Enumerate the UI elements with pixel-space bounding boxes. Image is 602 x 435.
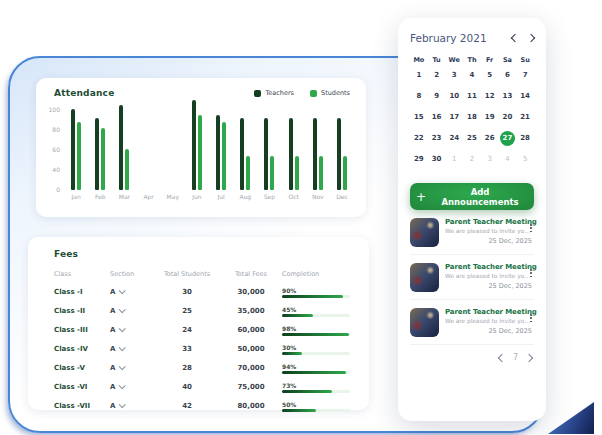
chevron-right-icon[interactable] — [527, 34, 535, 42]
calendar-day[interactable]: 7 — [518, 68, 533, 83]
calendar-day[interactable]: 4 — [464, 68, 479, 83]
calendar-day[interactable]: 25 — [464, 131, 479, 146]
calendar-day[interactable]: 18 — [464, 110, 479, 125]
legend-label: Students — [321, 89, 350, 97]
calendar-day-selected[interactable]: 27 — [500, 131, 515, 146]
calendar-day[interactable]: 23 — [429, 131, 444, 146]
completion-progress-fill — [282, 409, 316, 412]
attendance-legend: TeachersStudents — [254, 89, 350, 97]
section-dropdown[interactable]: A — [110, 326, 154, 334]
kebab-menu-icon[interactable] — [528, 267, 534, 279]
calendar-day[interactable]: 29 — [411, 152, 426, 167]
calendar-day[interactable]: 19 — [482, 110, 497, 125]
calendar-day[interactable]: 21 — [518, 110, 533, 125]
calendar-day[interactable]: 10 — [447, 89, 462, 104]
bar-column — [209, 104, 233, 190]
day-header: Tu — [428, 56, 446, 64]
section-dropdown[interactable]: A — [110, 288, 154, 296]
column-header: Total Students — [154, 270, 220, 278]
calendar-day[interactable]: 2 — [464, 152, 479, 167]
announcement-item[interactable]: Parent Teacher MeetingWe are pleased to … — [410, 300, 534, 345]
calendar-day[interactable]: 5 — [482, 68, 497, 83]
calendar-day[interactable]: 12 — [482, 89, 497, 104]
total-fees-cell: 60,000 — [220, 326, 282, 334]
students-bar — [270, 156, 274, 190]
add-announcements-label: Add Announcements — [432, 187, 528, 207]
legend-label: Teachers — [265, 89, 294, 97]
section-dropdown[interactable]: A — [110, 402, 154, 410]
chevron-down-icon — [119, 287, 126, 294]
bar-column — [257, 104, 281, 190]
teachers-bar — [240, 118, 244, 190]
calendar-day[interactable]: 9 — [429, 89, 444, 104]
kebab-menu-icon[interactable] — [528, 312, 534, 324]
fees-table-header: ClassSectionTotal StudentsTotal FeesComp… — [54, 266, 349, 282]
completion-progress-track — [282, 409, 350, 412]
calendar-day[interactable]: 3 — [482, 152, 497, 167]
table-row: Class -IIIA2460,00098% — [54, 320, 349, 339]
calendar-day[interactable]: 26 — [482, 131, 497, 146]
calendar-day[interactable]: 6 — [500, 68, 515, 83]
announcement-body: Parent Teacher MeetingWe are pleased to … — [445, 218, 534, 247]
teachers-bar — [337, 118, 341, 190]
calendar-day[interactable]: 24 — [447, 131, 462, 146]
announcement-item[interactable]: Parent Teacher MeetingWe are pleased to … — [410, 210, 534, 255]
day-header: Su — [516, 56, 534, 64]
completion-percent: 45% — [282, 306, 352, 313]
calendar-day[interactable]: 30 — [429, 152, 444, 167]
calendar-day[interactable]: 5 — [518, 152, 533, 167]
calendar-day[interactable]: 3 — [447, 68, 462, 83]
calendar-day[interactable]: 2 — [429, 68, 444, 83]
attendance-plot — [64, 104, 354, 190]
calendar-day[interactable]: 14 — [518, 89, 533, 104]
total-fees-cell: 30,000 — [220, 288, 282, 296]
section-dropdown[interactable]: A — [110, 345, 154, 353]
calendar-day[interactable]: 1 — [447, 152, 462, 167]
day-header: Mo — [410, 56, 428, 64]
announcement-item[interactable]: Parent Teacher MeetingWe are pleased to … — [410, 255, 534, 300]
completion-cell: 90% — [282, 285, 352, 298]
calendar-day[interactable]: 22 — [411, 131, 426, 146]
calendar-announcements-card: February 2021 MoTuWeThFrSaSu 12345678910… — [398, 18, 546, 421]
class-name-cell: Class -VII — [54, 402, 110, 410]
chevron-left-icon[interactable] — [511, 34, 519, 42]
completion-progress-fill — [282, 352, 302, 355]
pager-next-icon[interactable] — [525, 353, 533, 361]
calendar-day[interactable]: 15 — [411, 110, 426, 125]
table-row: Class -IVA3350,00030% — [54, 339, 349, 358]
section-dropdown[interactable]: A — [110, 364, 154, 372]
calendar-day[interactable]: 4 — [500, 152, 515, 167]
bar-column — [88, 104, 112, 190]
students-bar — [319, 156, 323, 190]
total-students-cell: 28 — [154, 364, 220, 372]
calendar-day[interactable]: 20 — [500, 110, 515, 125]
teachers-bar — [119, 105, 123, 190]
x-tick-label: Feb — [88, 193, 112, 200]
bar-column — [185, 104, 209, 190]
attendance-card: Attendance TeachersStudents 1008060400 J… — [36, 78, 366, 217]
calendar-day[interactable]: 8 — [411, 89, 426, 104]
announcement-title: Parent Teacher Meeting — [445, 308, 534, 316]
students-bar — [295, 156, 299, 190]
pager-prev-icon[interactable] — [498, 353, 506, 361]
attendance-x-axis: JanFebMarAprMayJunJulAugSepOctNovDec — [64, 193, 354, 200]
announcement-thumbnail — [410, 218, 439, 247]
calendar-day[interactable]: 16 — [429, 110, 444, 125]
calendar-day[interactable]: 28 — [518, 131, 533, 146]
calendar-day[interactable]: 1 — [411, 68, 426, 83]
teachers-bar — [216, 115, 220, 190]
students-bar — [222, 122, 226, 190]
attendance-y-axis: 1008060400 — [48, 104, 64, 190]
section-dropdown[interactable]: A — [110, 383, 154, 391]
announcement-snippet: We are pleased to invite you to o... — [445, 228, 533, 234]
calendar-day[interactable]: 17 — [447, 110, 462, 125]
class-name-cell: Class -III — [54, 326, 110, 334]
column-header: Total Fees — [220, 270, 282, 278]
x-tick-label: Jan — [64, 193, 88, 200]
section-dropdown[interactable]: A — [110, 307, 154, 315]
y-tick-label: 0 — [48, 187, 60, 193]
calendar-day[interactable]: 11 — [464, 89, 479, 104]
add-announcements-button[interactable]: + Add Announcements — [410, 183, 534, 210]
calendar-day[interactable]: 13 — [500, 89, 515, 104]
kebab-menu-icon[interactable] — [528, 222, 534, 234]
